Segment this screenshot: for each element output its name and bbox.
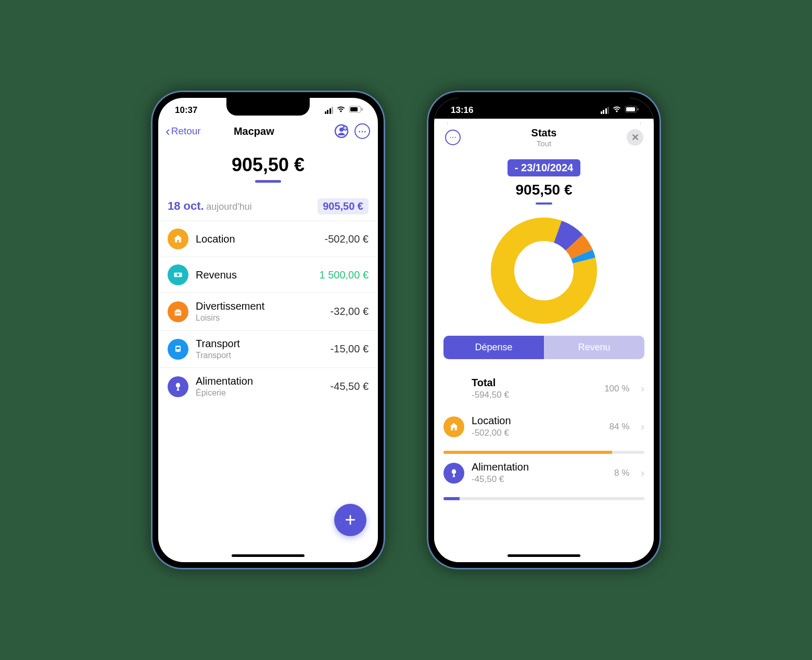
add-person-button[interactable] <box>333 123 350 139</box>
cellular-icon <box>325 107 334 114</box>
stat-row[interactable]: Alimentation -45,50 € 8 % › <box>434 454 654 492</box>
stat-row[interactable]: Total -594,50 € 100 % › <box>434 370 654 408</box>
cellular-icon <box>601 107 610 114</box>
screen-stats: 13:16 ⋯ Stats Tout <box>434 98 654 562</box>
wifi-icon <box>336 105 346 116</box>
transaction-amount: -32,00 € <box>331 306 369 318</box>
status-time: 10:37 <box>175 105 197 116</box>
sheet-stack-indicator <box>447 122 640 125</box>
stat-amount: -594,50 € <box>472 390 597 400</box>
home-indicator[interactable] <box>508 554 580 557</box>
svg-rect-14 <box>626 107 635 111</box>
svg-rect-15 <box>638 108 639 111</box>
balance-amount: 905,50 € <box>158 154 378 176</box>
transaction-title: Revenus <box>196 269 312 281</box>
stats-title-box: Stats Tout <box>462 127 626 148</box>
transaction-title: Transport <box>196 338 323 350</box>
stat-bar <box>443 497 644 500</box>
dots-icon: ⋯ <box>354 123 370 139</box>
transaction-body: Revenus <box>196 269 312 281</box>
screen-transactions: 10:37 ‹ Retour Macpaw ⋯ <box>158 98 378 562</box>
stat-title: Location <box>472 415 602 427</box>
stat-bar-fill <box>443 497 460 500</box>
transaction-subtitle: Loisirs <box>196 313 323 323</box>
transaction-row[interactable]: Alimentation Épicerie -45,50 € <box>158 367 378 405</box>
stat-body: Alimentation -45,50 € <box>472 461 607 485</box>
notch <box>502 98 586 116</box>
transaction-amount: -15,00 € <box>331 343 369 355</box>
date-main: 18 oct. <box>168 199 204 212</box>
stat-title: Alimentation <box>472 461 607 473</box>
balance-underline <box>255 180 281 183</box>
more-button[interactable]: ⋯ <box>443 128 462 147</box>
status-icons <box>325 105 364 116</box>
stats-title: Stats <box>462 127 626 139</box>
transaction-subtitle: Transport <box>196 351 323 360</box>
phone-frame-stats: 13:16 ⋯ Stats Tout <box>427 91 661 569</box>
svg-rect-2 <box>362 108 363 111</box>
stats-list: Total -594,50 € 100 % › Location -502,00… <box>434 370 654 562</box>
battery-icon <box>625 105 639 116</box>
stat-row[interactable]: Location -502,00 € 84 % › <box>434 408 654 446</box>
more-button[interactable]: ⋯ <box>354 123 371 139</box>
stat-title: Total <box>472 377 597 389</box>
transaction-title: Divertissement <box>196 300 323 312</box>
close-button[interactable]: ✕ <box>626 128 644 147</box>
stats-total: 905,50 € <box>434 182 654 198</box>
transaction-body: Location <box>196 233 317 245</box>
status-time: 13:16 <box>451 105 473 116</box>
transaction-amount: -45,50 € <box>331 380 369 392</box>
transaction-subtitle: Épicerie <box>196 388 323 398</box>
transaction-amount: -502,00 € <box>324 233 369 245</box>
date-sub: aujourd'hui <box>206 201 252 212</box>
plus-icon: + <box>345 509 356 531</box>
home-icon <box>443 416 464 437</box>
entertainment-icon: ABC <box>168 301 188 322</box>
chevron-right-icon: › <box>641 421 644 433</box>
chevron-right-icon: › <box>641 383 644 395</box>
home-icon <box>168 229 188 249</box>
svg-rect-10 <box>176 347 180 349</box>
food-icon <box>443 463 464 484</box>
svg-point-12 <box>179 350 180 351</box>
svg-rect-1 <box>350 107 358 111</box>
income-icon <box>168 264 188 285</box>
stat-amount: -502,00 € <box>472 428 602 438</box>
date-range-pill[interactable]: - 23/10/2024 <box>508 159 580 176</box>
chevron-left-icon: ‹ <box>166 123 170 139</box>
add-transaction-button[interactable]: + <box>334 504 366 536</box>
transaction-body: Transport Transport <box>196 338 323 360</box>
home-indicator[interactable] <box>232 554 304 557</box>
battery-icon <box>349 105 363 116</box>
status-icons <box>601 105 640 116</box>
segment-depense[interactable]: Dépense <box>443 336 544 359</box>
food-icon <box>168 376 188 397</box>
transaction-row[interactable]: Revenus 1 500,00 € <box>158 257 378 293</box>
segment-revenu[interactable]: Revenu <box>544 336 644 359</box>
chevron-right-icon: › <box>641 467 644 479</box>
date-balance-badge[interactable]: 905,50 € <box>318 198 369 214</box>
dots-icon: ⋯ <box>445 130 461 145</box>
transaction-row[interactable]: Location -502,00 € <box>158 221 378 257</box>
svg-text:ABC: ABC <box>175 311 181 314</box>
stat-body: Total -594,50 € <box>472 377 597 400</box>
transaction-row[interactable]: ABC Divertissement Loisirs -32,00 € <box>158 293 378 330</box>
page-title: Macpaw <box>179 125 329 137</box>
balance-section: 905,50 € <box>158 144 378 186</box>
donut-chart[interactable] <box>489 216 599 325</box>
transaction-row[interactable]: Transport Transport -15,00 € <box>158 330 378 367</box>
wifi-icon <box>612 105 621 116</box>
stat-percentage: 84 % <box>610 422 630 432</box>
transaction-body: Alimentation Épicerie <box>196 375 323 398</box>
nav-bar: ‹ Retour Macpaw ⋯ <box>158 119 378 144</box>
transaction-title: Location <box>196 233 317 245</box>
transaction-body: Divertissement Loisirs <box>196 300 323 323</box>
stats-nav: ⋯ Stats Tout ✕ <box>434 122 654 153</box>
stats-subtitle: Tout <box>462 139 626 148</box>
transaction-title: Alimentation <box>196 375 323 387</box>
svg-point-11 <box>176 350 177 351</box>
notch <box>226 98 310 116</box>
svg-point-7 <box>177 274 180 276</box>
stat-percentage: 100 % <box>604 384 629 394</box>
close-icon: ✕ <box>627 129 643 146</box>
